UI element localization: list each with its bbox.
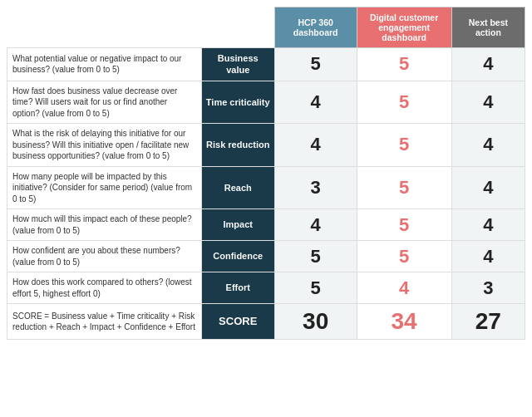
question-cell-7: SCORE = Business value + Time criticalit…: [7, 304, 202, 340]
hcp-value-1: 4: [274, 81, 357, 124]
digital-value-3: 5: [357, 166, 451, 209]
hcp-value-5: 5: [274, 241, 357, 272]
hcp-value-6: 5: [274, 272, 357, 304]
label-cell-7: SCORE: [201, 304, 274, 340]
next-value-1: 4: [451, 81, 525, 124]
digital-value-6: 4: [357, 272, 451, 304]
hcp-value-4: 4: [274, 209, 357, 241]
next-value-6: 3: [451, 272, 525, 304]
hcp-value-3: 3: [274, 166, 357, 209]
digital-value-7: 34: [357, 304, 451, 340]
hcp-value-0: 5: [274, 48, 357, 81]
question-cell-4: How much will this impact each of these …: [7, 209, 202, 241]
digital-value-5: 5: [357, 241, 451, 272]
hcp-value-7: 30: [274, 304, 357, 340]
label-cell-1: Time criticality: [201, 81, 274, 124]
main-container: HCP 360 dashboard Digital customer engag…: [0, 0, 532, 346]
next-value-3: 4: [451, 166, 525, 209]
header-empty2: [201, 7, 274, 48]
header-empty1: [7, 7, 202, 48]
header-hcp: HCP 360 dashboard: [274, 7, 357, 48]
label-cell-5: Confidence: [201, 241, 274, 272]
next-value-0: 4: [451, 48, 525, 81]
next-value-2: 4: [451, 124, 525, 167]
question-cell-0: What potential value or negative impact …: [7, 48, 202, 81]
header-digital: Digital customer engagement dashboard: [357, 7, 451, 48]
label-cell-2: Risk reduction: [201, 124, 274, 167]
digital-value-0: 5: [357, 48, 451, 81]
question-cell-2: What is the risk of delaying this initia…: [7, 124, 202, 167]
digital-value-4: 5: [357, 209, 451, 241]
label-cell-6: Effort: [201, 272, 274, 304]
label-cell-0: Business value: [201, 48, 274, 81]
next-value-4: 4: [451, 209, 525, 241]
label-cell-3: Reach: [201, 166, 274, 209]
next-value-7: 27: [451, 304, 525, 340]
question-cell-6: How does this work compared to others? (…: [7, 272, 202, 304]
header-next: Next best action: [451, 7, 525, 48]
digital-value-1: 5: [357, 81, 451, 124]
label-cell-4: Impact: [201, 209, 274, 241]
hcp-value-2: 4: [274, 124, 357, 167]
next-value-5: 4: [451, 241, 525, 272]
question-cell-5: How confident are you about these number…: [7, 241, 202, 272]
question-cell-1: How fast does business value decrease ov…: [7, 81, 202, 124]
question-cell-3: How many people will be impacted by this…: [7, 166, 202, 209]
digital-value-2: 5: [357, 124, 451, 167]
